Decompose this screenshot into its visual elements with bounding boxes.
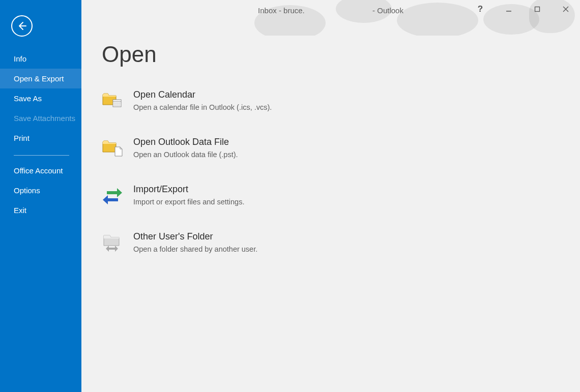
sidebar-item-save-as[interactable]: Save As: [0, 88, 81, 108]
sidebar-item-office-account[interactable]: Office Account: [0, 161, 81, 180]
shared-folder-icon: [102, 231, 123, 253]
help-button[interactable]: ?: [466, 0, 495, 18]
back-button[interactable]: [11, 15, 33, 37]
app-root: Info Open & Export Save As Save Attachme…: [0, 0, 580, 392]
option-title: Import/Export: [133, 184, 244, 195]
sidebar-item-info[interactable]: Info: [0, 49, 81, 69]
option-desc: Open a calendar file in Outlook (.ics, .…: [133, 103, 272, 111]
minimize-button[interactable]: [495, 0, 523, 18]
option-open-calendar[interactable]: Open Calendar Open a calendar file in Ou…: [102, 89, 580, 111]
option-text: Open Calendar Open a calendar file in Ou…: [133, 89, 272, 111]
folder-calendar-icon: [102, 89, 123, 111]
page-title: Open: [102, 42, 580, 67]
maximize-button[interactable]: [523, 0, 552, 18]
option-other-users-folder[interactable]: Other User's Folder Open a folder shared…: [102, 231, 580, 253]
sidebar-item-open-export[interactable]: Open & Export: [0, 69, 81, 88]
page-content: Open Open: [81, 20, 580, 279]
sidebar-nav: Info Open & Export Save As Save Attachme…: [0, 49, 81, 220]
option-desc: Import or export files and settings.: [133, 198, 244, 206]
option-text: Other User's Folder Open a folder shared…: [133, 231, 257, 253]
import-export-arrows-icon: [102, 184, 123, 205]
option-import-export[interactable]: Import/Export Import or export files and…: [102, 184, 580, 206]
sidebar-divider: [14, 155, 69, 156]
sidebar-item-save-attachments: Save Attachments: [0, 108, 81, 128]
sidebar-item-options[interactable]: Options: [0, 180, 81, 200]
sidebar-item-print[interactable]: Print: [0, 128, 81, 148]
folder-file-icon: [102, 137, 123, 158]
option-open-data-file[interactable]: Open Outlook Data File Open an Outlook d…: [102, 137, 580, 159]
sidebar-item-exit[interactable]: Exit: [0, 200, 81, 220]
svg-rect-1: [535, 7, 540, 12]
close-icon: [563, 6, 569, 12]
minimize-icon: [506, 6, 512, 12]
option-title: Open Outlook Data File: [133, 137, 238, 147]
back-arrow-icon: [17, 21, 27, 31]
help-icon: ?: [478, 4, 483, 14]
backstage-sidebar: Info Open & Export Save As Save Attachme…: [0, 0, 81, 392]
option-title: Open Calendar: [133, 89, 272, 100]
titlebar: Inbox - bruce. - Outlook ?: [81, 0, 580, 20]
titlebar-controls: ?: [466, 0, 580, 18]
maximize-icon: [534, 6, 540, 12]
option-title: Other User's Folder: [133, 231, 257, 242]
option-desc: Open a folder shared by another user.: [133, 245, 257, 253]
option-text: Import/Export Import or export files and…: [133, 184, 244, 206]
window-title: Inbox - bruce. - Outlook: [258, 6, 403, 15]
option-text: Open Outlook Data File Open an Outlook d…: [133, 137, 238, 159]
main-area: Inbox - bruce. - Outlook ?: [81, 0, 580, 392]
option-desc: Open an Outlook data file (.pst).: [133, 150, 238, 159]
close-button[interactable]: [552, 0, 580, 18]
